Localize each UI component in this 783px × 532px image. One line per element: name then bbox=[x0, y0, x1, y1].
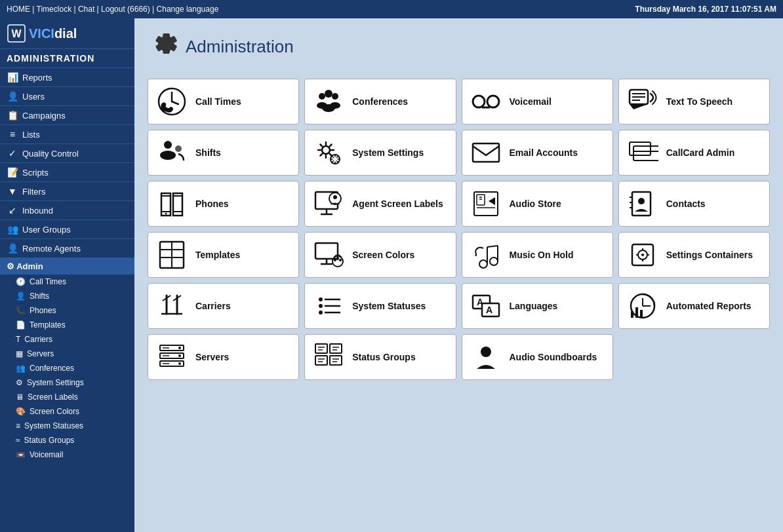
svg-point-54 bbox=[336, 257, 339, 260]
svg-rect-24 bbox=[630, 142, 651, 155]
scripts-icon: 📝 bbox=[7, 167, 18, 178]
card-carriers-label: Carriers bbox=[195, 300, 231, 312]
sidebar-item-remote-agents[interactable]: 👤 Remote Agents bbox=[0, 239, 134, 258]
svg-rect-105 bbox=[330, 344, 342, 353]
conferences-icon bbox=[313, 86, 344, 117]
svg-rect-38 bbox=[477, 195, 485, 205]
sidebar-subitem-voicemail[interactable]: 📼 Voicemail bbox=[0, 447, 134, 462]
svg-point-11 bbox=[473, 96, 485, 107]
contacts-icon bbox=[627, 188, 658, 219]
content-area: Administration Call Times bbox=[134, 18, 783, 532]
card-agent-screen-labels[interactable]: Agent Screen Labels bbox=[304, 181, 456, 227]
reports-icon: 📊 bbox=[7, 72, 18, 83]
filters-icon: ▼ bbox=[7, 186, 18, 197]
card-contacts[interactable]: Contacts bbox=[618, 181, 770, 227]
svg-rect-25 bbox=[633, 146, 658, 161]
sidebar-item-users[interactable]: 👤 Users bbox=[0, 87, 134, 106]
card-servers-label: Servers bbox=[195, 351, 229, 363]
sidebar-subitem-system-settings[interactable]: ⚙ System Settings bbox=[0, 375, 134, 390]
card-templates[interactable]: Templates bbox=[148, 232, 299, 278]
sidebar-admin-title: ADMINISTRATION bbox=[0, 49, 134, 68]
card-status-groups[interactable]: Status Groups bbox=[304, 334, 456, 380]
card-system-settings-label: System Settings bbox=[352, 147, 424, 159]
card-system-statuses[interactable]: System Statuses bbox=[304, 283, 456, 329]
sidebar-subitem-system-statuses[interactable]: ≡ System Statuses bbox=[0, 419, 134, 433]
card-music-on-hold[interactable]: Music On Hold bbox=[462, 232, 613, 278]
text-to-speech-icon bbox=[627, 86, 658, 117]
system-statuses-icon bbox=[313, 290, 344, 322]
svg-point-7 bbox=[332, 93, 338, 100]
voicemail-sub-icon: 📼 bbox=[16, 450, 26, 459]
sidebar-subitem-call-times[interactable]: 🕐 Call Times bbox=[0, 275, 134, 289]
sidebar-item-inbound[interactable]: ↙ Inbound bbox=[0, 201, 134, 220]
sidebar-item-user-groups[interactable]: 👥 User Groups bbox=[0, 220, 134, 239]
card-shifts[interactable]: Shifts bbox=[148, 130, 299, 176]
sidebar-subitem-phones[interactable]: 📞 Phones bbox=[0, 303, 134, 318]
sidebar-item-campaigns[interactable]: 📋 Campaigns bbox=[0, 106, 134, 125]
sidebar-subitem-templates[interactable]: 📄 Templates bbox=[0, 318, 134, 332]
screen-labels-sub-icon: 🖥 bbox=[16, 392, 24, 402]
sidebar-subitem-servers[interactable]: ▦ Servers bbox=[0, 347, 134, 361]
sidebar-item-quality-control[interactable]: ✓ Quality Control bbox=[0, 144, 134, 163]
svg-point-20 bbox=[175, 145, 182, 152]
sidebar-subitem-shifts[interactable]: 👤 Shifts bbox=[0, 289, 134, 303]
voicemail-icon bbox=[470, 86, 502, 117]
sidebar-admin-subitems: 🕐 Call Times 👤 Shifts 📞 Phones 📄 Templat… bbox=[0, 275, 134, 462]
card-servers[interactable]: Servers bbox=[148, 334, 299, 380]
screen-colors-sub-icon: 🎨 bbox=[16, 407, 26, 416]
sidebar-subitem-status-groups[interactable]: ≈ Status Groups bbox=[0, 433, 134, 447]
card-audio-store[interactable]: Audio Store bbox=[462, 181, 613, 227]
card-languages[interactable]: A A Languages bbox=[462, 283, 613, 329]
card-settings-containers[interactable]: Settings Containers bbox=[618, 232, 770, 278]
card-music-on-hold-label: Music On Hold bbox=[510, 249, 574, 261]
svg-point-21 bbox=[322, 146, 330, 154]
svg-line-4 bbox=[172, 102, 178, 104]
svg-text:W: W bbox=[11, 28, 22, 39]
svg-point-55 bbox=[339, 259, 342, 261]
sidebar-subitem-screen-labels[interactable]: 🖥 Screen Labels bbox=[0, 390, 134, 404]
sidebar-subitem-screen-colors[interactable]: 🎨 Screen Colors bbox=[0, 404, 134, 419]
svg-point-93 bbox=[178, 347, 181, 349]
svg-point-6 bbox=[325, 90, 332, 98]
shifts-sub-icon: 👤 bbox=[16, 292, 26, 301]
sidebar-item-filters[interactable]: ▼ Filters bbox=[0, 182, 134, 201]
svg-rect-87 bbox=[631, 311, 633, 318]
card-phones[interactable]: Phones bbox=[148, 181, 299, 227]
svg-rect-89 bbox=[640, 310, 643, 318]
card-carriers[interactable]: Carriers bbox=[148, 283, 299, 329]
card-audio-soundboards[interactable]: Audio Soundboards bbox=[462, 334, 613, 380]
sidebar-item-scripts[interactable]: 📝 Scripts bbox=[0, 163, 134, 182]
svg-point-29 bbox=[165, 213, 167, 215]
card-voicemail[interactable]: Voicemail bbox=[462, 79, 613, 124]
svg-point-19 bbox=[160, 151, 176, 160]
card-call-times[interactable]: Call Times bbox=[148, 79, 299, 124]
card-automated-reports[interactable]: Automated Reports bbox=[618, 283, 770, 329]
sidebar-subitem-carriers[interactable]: T Carriers bbox=[0, 332, 134, 347]
card-email-accounts[interactable]: Email Accounts bbox=[462, 130, 613, 176]
card-callcard-admin[interactable]: CallCard Admin bbox=[618, 130, 770, 176]
servers-icon bbox=[156, 341, 188, 373]
top-bar-links[interactable]: HOME | Timeclock | Chat | Logout (6666) … bbox=[7, 5, 218, 14]
svg-point-5 bbox=[319, 93, 325, 100]
sidebar-item-lists[interactable]: ≡ Lists bbox=[0, 125, 134, 144]
sidebar-section-admin[interactable]: ⚙ Admin bbox=[0, 258, 134, 275]
card-text-to-speech[interactable]: Text To Speech bbox=[618, 79, 770, 124]
phones-icon bbox=[156, 188, 188, 219]
callcard-admin-icon bbox=[627, 137, 658, 168]
users-icon: 👤 bbox=[7, 91, 18, 102]
card-system-settings[interactable]: System Settings bbox=[304, 130, 456, 176]
card-screen-colors[interactable]: Screen Colors bbox=[304, 232, 456, 278]
card-screen-colors-label: Screen Colors bbox=[352, 249, 414, 261]
music-on-hold-icon bbox=[470, 239, 502, 271]
status-groups-sub-icon: ≈ bbox=[16, 436, 20, 445]
svg-point-18 bbox=[164, 141, 172, 149]
svg-point-59 bbox=[490, 257, 498, 265]
sidebar-subitem-conferences[interactable]: 👥 Conferences bbox=[0, 361, 134, 375]
card-conferences[interactable]: Conferences bbox=[304, 79, 456, 124]
card-settings-containers-label: Settings Containers bbox=[666, 249, 753, 261]
page-header: Administration bbox=[148, 28, 770, 66]
inbound-icon: ↙ bbox=[7, 205, 18, 216]
card-system-statuses-label: System Statuses bbox=[352, 300, 426, 312]
quality-control-icon: ✓ bbox=[7, 148, 18, 159]
sidebar-item-reports[interactable]: 📊 Reports bbox=[0, 68, 134, 87]
